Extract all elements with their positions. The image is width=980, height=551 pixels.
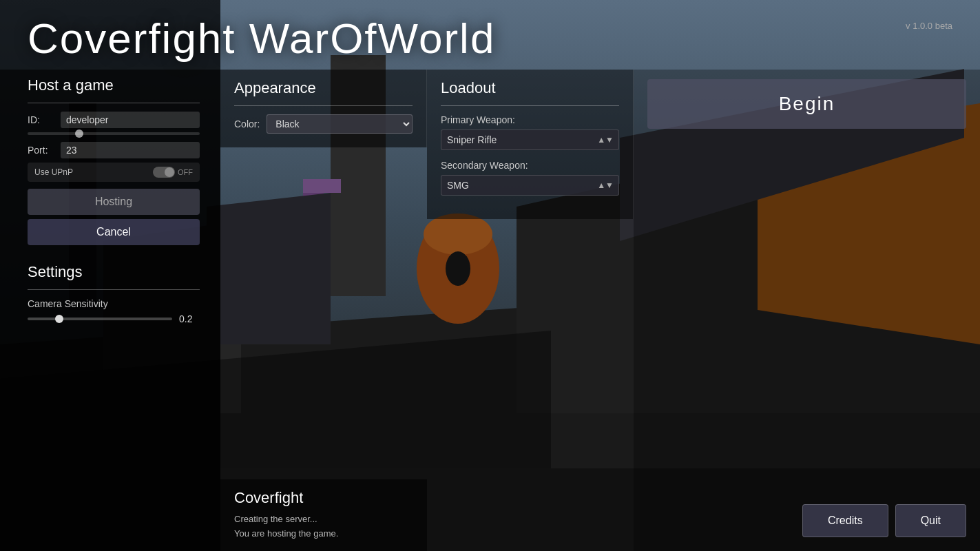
host-section: Host a game ID: Port: Use UPnP <box>28 76 200 249</box>
secondary-weapon-wrapper: SMG Pistol Revolver ▲▼ <box>441 175 619 196</box>
sensitivity-slider[interactable] <box>28 318 172 320</box>
settings-divider <box>28 289 200 290</box>
color-row: Color: Black White Red Blue Green <box>234 114 413 134</box>
loadout-title: Loadout <box>441 79 619 97</box>
id-label: ID: <box>28 114 55 125</box>
color-select[interactable]: Black White Red Blue Green <box>267 114 413 134</box>
upnp-label: Use UPnP <box>34 167 153 177</box>
loadout-section: Loadout Primary Weapon: Sniper Rifle Ass… <box>427 70 634 219</box>
loadout-panel: Loadout Primary Weapon: Sniper Rifle Ass… <box>427 70 634 551</box>
coverfight-line2: You are hosting the game. <box>234 527 413 541</box>
game-title: Coverfight WarOfWorld <box>28 14 495 63</box>
appearance-section: Appearance Color: Black White Red Blue G… <box>220 70 427 147</box>
primary-weapon-label: Primary Weapon: <box>441 114 619 125</box>
id-input[interactable] <box>61 112 200 128</box>
coverfight-line1: Creating the server... <box>234 512 413 527</box>
port-slider-area <box>28 132 200 135</box>
upnp-toggle-row[interactable]: Use UPnP OFF <box>28 163 200 182</box>
bottom-bar: Credits Quit <box>802 504 966 537</box>
title-bar: Coverfight WarOfWorld v 1.0.0 beta <box>0 0 980 70</box>
hosting-button[interactable]: Hosting <box>28 189 200 215</box>
left-panel: Host a game ID: Port: Use UPnP <box>0 70 220 551</box>
appearance-divider <box>234 105 413 106</box>
cancel-button[interactable]: Cancel <box>28 219 200 245</box>
id-field-row: ID: <box>28 112 200 128</box>
host-section-title: Host a game <box>28 76 200 94</box>
coverfight-panel: Coverfight Creating the server... You ar… <box>220 479 427 551</box>
appearance-title: Appearance <box>234 79 413 97</box>
upnp-toggle-knob <box>165 167 174 177</box>
credits-button[interactable]: Credits <box>802 504 888 537</box>
color-label: Color: <box>234 118 260 129</box>
coverfight-title: Coverfight <box>234 489 413 507</box>
port-field-row: Port: <box>28 142 200 158</box>
sensitivity-value: 0.2 <box>179 313 200 324</box>
port-track <box>28 132 200 135</box>
upnp-toggle-track[interactable] <box>153 167 175 178</box>
right-panel: Begin <box>634 70 980 551</box>
settings-section-title: Settings <box>28 263 200 281</box>
middle-panel: Appearance Color: Black White Red Blue G… <box>220 70 427 551</box>
secondary-weapon-label: Secondary Weapon: <box>441 160 619 171</box>
port-label: Port: <box>28 145 55 156</box>
settings-section: Settings Camera Sensitivity 0.2 <box>28 263 200 324</box>
loadout-divider <box>441 105 619 106</box>
quit-button[interactable]: Quit <box>895 504 966 537</box>
main-content: Host a game ID: Port: Use UPnP <box>0 70 980 551</box>
version-text: v 1.0.0 beta <box>906 21 952 31</box>
host-divider <box>28 103 200 103</box>
scene-viewport <box>220 147 427 479</box>
begin-button[interactable]: Begin <box>647 79 966 129</box>
sensitivity-label: Camera Sensitivity <box>28 298 200 309</box>
port-thumb <box>75 129 83 138</box>
secondary-weapon-select[interactable]: SMG Pistol Revolver <box>441 175 619 196</box>
port-input[interactable] <box>61 142 200 158</box>
upnp-toggle-state: OFF <box>178 168 193 176</box>
sensitivity-row: 0.2 <box>28 313 200 324</box>
primary-weapon-wrapper: Sniper Rifle Assault Rifle Shotgun Pisto… <box>441 129 619 150</box>
ui-layer: Coverfight WarOfWorld v 1.0.0 beta Host … <box>0 0 980 551</box>
upnp-toggle-switch[interactable]: OFF <box>153 167 193 178</box>
primary-weapon-select[interactable]: Sniper Rifle Assault Rifle Shotgun Pisto… <box>441 129 619 150</box>
